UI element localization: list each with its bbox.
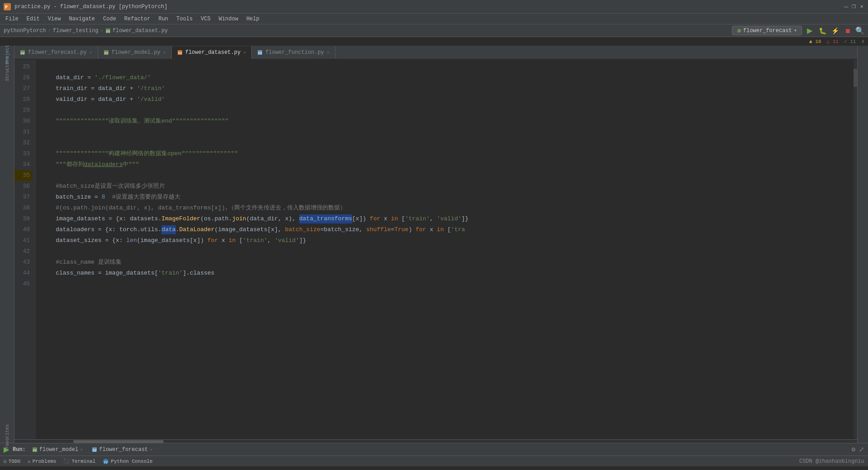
run-stop-button[interactable]: ⏹ bbox=[843, 26, 853, 36]
line-25: 25 bbox=[14, 62, 33, 72]
line-26: 26 bbox=[14, 72, 33, 83]
line-35: 35 bbox=[14, 170, 33, 181]
run-config-dropdown: ▾ bbox=[794, 27, 797, 34]
svg-text:py: py bbox=[104, 51, 108, 55]
run-tab-model-close[interactable]: ✕ bbox=[80, 447, 83, 452]
sidebar-favorites-icon[interactable]: Favorites bbox=[1, 430, 14, 443]
menu-tools[interactable]: Tools bbox=[173, 15, 196, 23]
status-terminal[interactable]: ⬛ Terminal bbox=[63, 458, 95, 464]
tabs-bar: py flower_forecast.py ✕ py flower_model.… bbox=[14, 46, 857, 60]
line-28: 28 bbox=[14, 94, 33, 105]
code-line-43: #class_name 是训练集 bbox=[36, 257, 854, 268]
run-tab-flower-forecast[interactable]: py flower_forecast ✕ bbox=[89, 446, 155, 454]
tab-flower-model-icon: py bbox=[104, 50, 109, 55]
code-line-45 bbox=[36, 279, 854, 290]
svg-text:py: py bbox=[106, 29, 110, 33]
hint-arrow[interactable]: ∧ bbox=[861, 38, 864, 44]
run-config-name[interactable]: flower_forecast ▾ bbox=[732, 26, 802, 35]
line-42: 42 bbox=[14, 246, 33, 257]
code-line-32 bbox=[36, 138, 854, 148]
svg-point-4 bbox=[737, 29, 741, 33]
left-sidebar: Project Structure Favorites bbox=[0, 46, 14, 443]
watermark-text: CSDN @zhaohaobingniu bbox=[799, 458, 864, 465]
code-line-44: class_names = image_datasets['train'].cl… bbox=[36, 268, 854, 279]
menu-edit[interactable]: Edit bbox=[23, 15, 43, 23]
run-debug-button[interactable]: 🐛 bbox=[817, 26, 827, 36]
menu-window[interactable]: Window bbox=[215, 15, 242, 23]
svg-text:P: P bbox=[5, 5, 8, 10]
menu-code[interactable]: Code bbox=[99, 15, 120, 23]
line-34: 34 bbox=[14, 159, 33, 170]
run-config: flower_forecast ▾ ▶ 🐛 ⚡ ⏹ 🔍 bbox=[732, 26, 864, 36]
hint-warnings: ▲ 16 bbox=[809, 39, 821, 44]
line-29: 29 bbox=[14, 105, 33, 116]
run-tab-flower-model[interactable]: py flower_model ✕ bbox=[29, 446, 85, 454]
expand-icon[interactable]: ⤢ bbox=[859, 446, 864, 453]
menu-run[interactable]: Run bbox=[155, 15, 172, 23]
code-content[interactable]: data_dir = './flower_data/' train_dir = … bbox=[36, 60, 854, 439]
line-33: 33 bbox=[14, 148, 33, 159]
minimap-thumb bbox=[854, 69, 857, 87]
code-line-29 bbox=[36, 105, 854, 116]
line-37: 37 bbox=[14, 192, 33, 203]
breadcrumb-folder[interactable]: flower_testing bbox=[53, 28, 99, 34]
breadcrumb-sep1: › bbox=[48, 28, 51, 34]
tab-flower-forecast[interactable]: py flower_forecast.py ✕ bbox=[14, 46, 98, 59]
maximize-button[interactable]: ❐ bbox=[851, 4, 857, 9]
code-line-28: valid_dir = data_dir + '/valid' bbox=[36, 94, 854, 105]
minimize-button[interactable]: — bbox=[843, 4, 849, 9]
title-bar-left: P practice.py - flower_dataset.py [pytho… bbox=[4, 3, 167, 10]
code-line-38: #(os.path.join(data_dir, x), data_transf… bbox=[36, 203, 854, 214]
svg-text:py: py bbox=[33, 448, 37, 452]
menu-navigate[interactable]: Navigate bbox=[65, 15, 99, 23]
line-27: 27 bbox=[14, 83, 33, 94]
tab-flower-function-icon: py bbox=[257, 50, 263, 55]
line-39: 39 bbox=[14, 214, 33, 224]
line-36: 36 bbox=[14, 181, 33, 192]
scrollbar-thumb[interactable] bbox=[73, 440, 164, 443]
breadcrumb-project[interactable]: pythonPytorch bbox=[4, 28, 46, 34]
menu-vcs[interactable]: VCS bbox=[197, 15, 214, 23]
settings-icon[interactable]: ⚙ bbox=[852, 446, 855, 453]
status-problems[interactable]: ⚠ Problems bbox=[28, 458, 56, 464]
menu-refactor[interactable]: Refactor bbox=[121, 15, 154, 23]
run-bar: ▶ Run: py flower_model ✕ py flower_forec… bbox=[0, 443, 868, 456]
status-python-console[interactable]: py Python Console bbox=[103, 458, 152, 465]
tab-flower-forecast-close[interactable]: ✕ bbox=[90, 50, 92, 55]
svg-text:py: py bbox=[104, 460, 108, 464]
status-bar: ☑ TODO ⚠ Problems ⬛ Terminal py Python C… bbox=[0, 456, 868, 466]
search-button[interactable]: 🔍 bbox=[855, 26, 864, 35]
run-bar-right: ⚙ ⤢ bbox=[852, 446, 864, 453]
menu-view[interactable]: View bbox=[44, 15, 65, 23]
run-play-button[interactable]: ▶ bbox=[805, 26, 815, 36]
code-line-42 bbox=[36, 246, 854, 257]
status-todo[interactable]: ☑ TODO bbox=[4, 458, 20, 464]
tab-flower-dataset[interactable]: py flower_dataset.py ✕ bbox=[172, 46, 252, 59]
todo-label: TODO bbox=[9, 459, 20, 464]
tab-flower-dataset-close[interactable]: ✕ bbox=[243, 50, 246, 55]
svg-text:py: py bbox=[21, 51, 24, 55]
tab-flower-function-close[interactable]: ✕ bbox=[327, 50, 330, 55]
run-coverage-button[interactable]: ⚡ bbox=[830, 26, 840, 36]
hints-bar: ▲ 16 △ 11 ✓ 11 ∧ bbox=[0, 37, 868, 46]
tab-flower-model[interactable]: py flower_model.py ✕ bbox=[98, 46, 172, 59]
horizontal-scrollbar[interactable] bbox=[14, 439, 857, 443]
title-bar: P practice.py - flower_dataset.py [pytho… bbox=[0, 0, 868, 14]
right-minimap[interactable] bbox=[854, 60, 857, 439]
sidebar-structure-icon[interactable]: Structure bbox=[1, 62, 14, 75]
tab-flower-function[interactable]: py flower_function.py ✕ bbox=[252, 46, 335, 59]
run-tab-forecast-close[interactable]: ✕ bbox=[150, 447, 152, 452]
code-container: 25 26 27 28 29 30 31 32 33 34 35 36 37 3… bbox=[14, 60, 857, 439]
tab-flower-model-close[interactable]: ✕ bbox=[163, 50, 166, 55]
code-line-36: #batch_size是设置一次训练多少张照片 bbox=[36, 181, 854, 192]
config-icon bbox=[737, 28, 741, 33]
run-tab-forecast-icon: py bbox=[92, 447, 97, 452]
python-icon: py bbox=[103, 458, 109, 465]
menu-file[interactable]: File bbox=[2, 15, 22, 23]
close-button[interactable]: ✕ bbox=[859, 4, 864, 9]
menu-bar: File Edit View Navigate Code Refactor Ru… bbox=[0, 14, 868, 24]
code-line-37: batch_size = 8 #设置越大需要的显存越大 bbox=[36, 192, 854, 203]
menu-help[interactable]: Help bbox=[243, 15, 263, 23]
line-45: 45 bbox=[14, 279, 33, 290]
code-line-40: dataloaders = {x: torch.utils.data.DataL… bbox=[36, 224, 854, 235]
